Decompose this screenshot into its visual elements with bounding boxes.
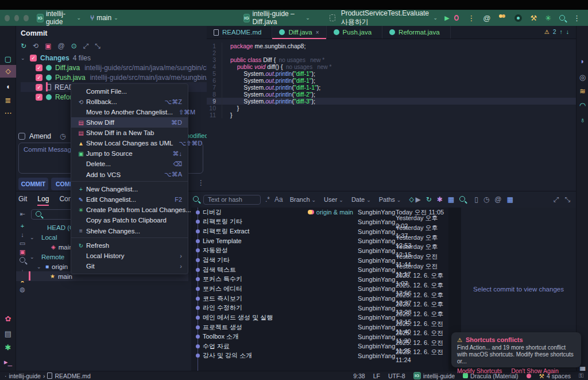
changes-checkbox[interactable]: ✓: [30, 55, 37, 62]
grid-icon[interactable]: ▦: [506, 195, 513, 204]
ai-assistant-icon[interactable]: ◎: [577, 73, 588, 82]
lock-icon[interactable]: ⚿: [579, 372, 583, 379]
menu-item[interactable]: + New Changelist...: [71, 184, 188, 194]
menu-item[interactable]: ✳ Create Patch from Local Changes...: [71, 205, 188, 215]
book-icon[interactable]: ▯: [474, 195, 478, 204]
menu-item[interactable]: ▤ Show Diff in a New Tab: [71, 128, 188, 138]
menu-item[interactable]: ▲ Show Local Changes as UML ⌥⇧⌘D: [71, 138, 188, 148]
chevron-down-icon[interactable]: ⌄: [37, 264, 42, 270]
close-icon[interactable]: ×: [316, 29, 319, 36]
changes-group-row[interactable]: ⌄ ✓ Changes 4 files: [21, 53, 207, 63]
tab-git[interactable]: Git: [18, 195, 27, 206]
collapse-all-icon[interactable]: ⤡: [95, 42, 100, 50]
editor-tab[interactable]: Reformat.java: [382, 26, 451, 39]
file-checkbox[interactable]: ✓: [36, 94, 42, 101]
file-encoding[interactable]: UTF-8: [388, 373, 405, 379]
collapse-panel-icon[interactable]: ⇤: [16, 210, 29, 218]
refresh-icon[interactable]: ↻: [426, 195, 432, 204]
gradle-tool-icon[interactable]: ◠: [577, 101, 588, 110]
plugins-icon[interactable]: ✳: [545, 14, 551, 22]
amend-checkbox[interactable]: [18, 133, 25, 140]
paint-icon[interactable]: ✱: [437, 195, 443, 204]
expand-all-icon[interactable]: ⤢: [83, 42, 89, 50]
next-problem-arrow[interactable]: ↓: [566, 28, 569, 35]
more-tools-icon[interactable]: ⋯: [0, 109, 16, 117]
window-close-button[interactable]: [5, 15, 10, 21]
inspection-widget[interactable]: ⚠ 2 ↑ ↓: [544, 28, 569, 35]
line-separator[interactable]: LF: [373, 373, 380, 379]
run-button[interactable]: ▶: [444, 14, 449, 22]
log-search-input[interactable]: Text or hash: [203, 195, 261, 205]
file-checkbox[interactable]: ✓: [36, 64, 42, 71]
preview-diff-eye-icon[interactable]: ⊙: [71, 42, 77, 50]
branch-settings-icon[interactable]: ◍: [16, 286, 29, 293]
main-menu-kebab[interactable]: ⋮: [573, 14, 581, 22]
menu-item[interactable]: Copy as Patch to Clipboard: [71, 215, 188, 225]
window-minimize-button[interactable]: [14, 15, 20, 21]
changed-file-row[interactable]: ✓ Diff.java intellij-guide/src/main/java…: [21, 63, 207, 72]
commit-button[interactable]: COMMIT: [18, 178, 48, 190]
commit-list[interactable]: 디버깅 origin & main SungbinYang Today 오전 1…: [191, 208, 448, 371]
services-tool-icon[interactable]: ✿: [0, 314, 16, 323]
menu-item[interactable]: ▣ Jump to Source ⌘↓: [71, 148, 188, 159]
code-editor[interactable]: 1 package me.sungbin.chap8; 2 3 public c…: [207, 39, 576, 191]
changed-file-row[interactable]: ✓ Push.java intellij-guide/src/main/java…: [21, 72, 207, 82]
menu-item[interactable]: ≡ Shelve Changes...: [71, 225, 188, 238]
menu-item[interactable]: ↻ Refresh: [71, 240, 188, 251]
modify-shortcuts-link[interactable]: Modify Shortcuts: [457, 367, 502, 374]
refresh-icon[interactable]: ↻: [21, 42, 26, 50]
expand-icon[interactable]: ⤢: [554, 195, 559, 204]
menu-item[interactable]: Git ›: [71, 261, 188, 271]
breadcrumb[interactable]: · intellij-guide › README.md: [5, 373, 91, 379]
menu-item[interactable]: Add to VCS ⌥⌘A: [71, 169, 188, 182]
breadcrumb-file[interactable]: README.md: [55, 373, 90, 379]
commit-options-kebab[interactable]: ⋮: [198, 179, 204, 187]
database-tool-icon[interactable]: ≋: [577, 87, 588, 95]
project-selector[interactable]: intellij-guide: [46, 10, 74, 26]
regex-toggle-icon[interactable]: .*: [265, 195, 270, 204]
match-case-toggle-icon[interactable]: Aa: [274, 195, 283, 204]
caret-position[interactable]: 9:38: [353, 373, 365, 379]
commit-history-icon[interactable]: ◷: [60, 132, 65, 140]
bean-tool-icon[interactable]: ♁: [577, 116, 588, 124]
record-icon[interactable]: [514, 14, 522, 22]
menu-item[interactable]: ▤ Show Diff ⌘D: [71, 117, 188, 128]
history-icon[interactable]: ⟲: [33, 42, 38, 50]
notifications-bell-icon[interactable]: ◗: [577, 57, 588, 66]
editor-tab[interactable]: Push.java: [327, 26, 383, 39]
run-config-selector[interactable]: ProductServiceTest.Evaluate사용하기: [341, 9, 431, 27]
changelist-icon[interactable]: ▣: [45, 42, 51, 50]
dont-show-again-link[interactable]: Don't Show Again: [511, 367, 559, 374]
commit-row[interactable]: 강사 및 강의 소개 SungbinYang 2025. 12. 6. 오전 1…: [191, 351, 448, 361]
menu-item[interactable]: Commit File...: [71, 86, 188, 97]
window-zoom-button[interactable]: [24, 15, 29, 21]
menu-item[interactable]: Delete... ⌫: [71, 159, 188, 169]
mentions-icon[interactable]: @: [483, 14, 490, 22]
filter-user[interactable]: User⌄: [324, 196, 343, 203]
chevron-down-icon[interactable]: ⌄: [30, 254, 36, 260]
mentions-icon[interactable]: @: [57, 42, 64, 50]
tools-icon[interactable]: ⚒: [530, 14, 537, 22]
file-checkbox[interactable]: ✓: [36, 74, 42, 81]
filter-date[interactable]: Date⌄: [351, 196, 371, 203]
github-icon[interactable]: ◖: [0, 82, 16, 91]
file-checkbox[interactable]: ✓: [36, 84, 42, 91]
search-icon[interactable]: [193, 195, 199, 204]
branch-selector[interactable]: main: [96, 14, 111, 22]
search-icon[interactable]: [459, 195, 465, 204]
terminal-tool-icon[interactable]: ▸_: [0, 358, 16, 366]
clock-icon[interactable]: ◷: [483, 195, 489, 204]
collapse-icon[interactable]: ⤡: [564, 195, 570, 204]
search-everywhere-icon[interactable]: [559, 14, 565, 22]
structure-tool-icon[interactable]: ≣: [0, 96, 16, 105]
layout-grid-icon[interactable]: ▦: [448, 195, 454, 204]
menu-item[interactable]: ✎ Edit Changelist... F2: [71, 194, 188, 205]
commit-tool-icon[interactable]: ⬦: [0, 65, 16, 78]
more-run-actions-kebab[interactable]: ⋮: [467, 14, 475, 22]
commit-filter-icon[interactable]: ⬦: [409, 195, 413, 204]
settings-gear-icon[interactable]: ✱: [0, 343, 16, 352]
code-with-me-icon[interactable]: [498, 14, 506, 21]
chevron-down-icon[interactable]: ⌄: [30, 235, 36, 240]
go-to-hash-icon[interactable]: ▶: [415, 195, 420, 204]
editor-tab[interactable]: Diff.java ×: [272, 26, 326, 39]
